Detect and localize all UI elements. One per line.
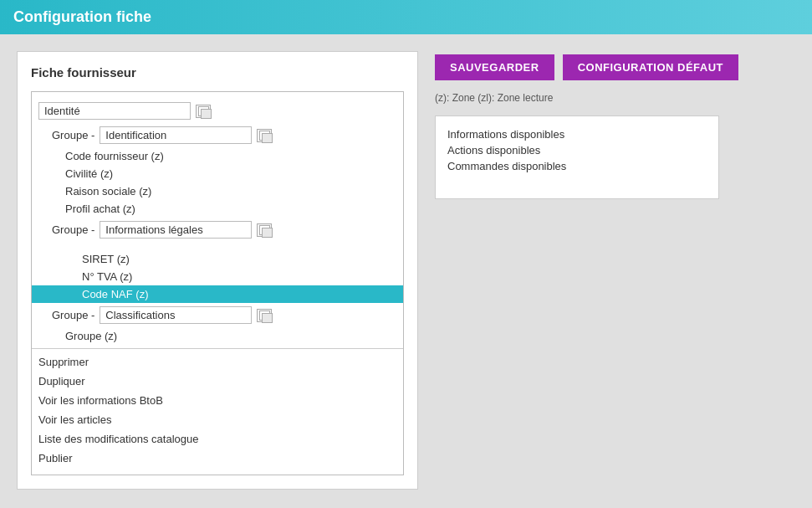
identite-input[interactable] (38, 102, 191, 120)
field-code-naf[interactable]: Code NAF (z) (32, 285, 403, 303)
default-config-button[interactable]: CONFIGURATION DÉFAUT (563, 54, 738, 80)
copy-icon-groupe3[interactable] (257, 309, 272, 322)
action-voir-articles[interactable]: Voir les articles (32, 410, 403, 429)
groupe3-input[interactable] (100, 306, 252, 324)
copy-icon-groupe1[interactable] (257, 129, 272, 142)
info-item-3: Commandes disponibles (447, 158, 707, 174)
field-raison-sociale[interactable]: Raison sociale (z) (32, 182, 403, 200)
page-title: Configuration fiche (13, 8, 151, 25)
groupe1-label: Groupe - (52, 129, 94, 141)
right-panel: SAUVEGARDER CONFIGURATION DÉFAUT (z): Zo… (435, 51, 795, 490)
action-dupliquer[interactable]: Dupliquer (32, 372, 403, 391)
field-groupe-z[interactable]: Groupe (z) (32, 327, 403, 345)
groupe1-input[interactable] (100, 126, 252, 144)
field-civilite[interactable]: Civilité (z) (32, 165, 403, 182)
legend-text: (z): Zone (zl): Zone lecture (435, 92, 795, 104)
left-panel: Fiche fournisseur Groupe - Code fourniss… (17, 51, 418, 490)
button-row: SAUVEGARDER CONFIGURATION DÉFAUT (435, 51, 795, 80)
groupe3-row: Groupe - (32, 303, 403, 327)
groupe2-input[interactable] (100, 221, 252, 239)
groupe2-label: Groupe - (52, 223, 94, 236)
action-supprimer[interactable]: Supprimer (32, 352, 403, 372)
info-item-2: Actions disponibles (447, 142, 707, 158)
copy-icon-identite[interactable] (196, 105, 211, 118)
field-tva[interactable]: N° TVA (z) (32, 268, 403, 285)
field-code-fournisseur[interactable]: Code fournisseur (z) (32, 147, 403, 165)
field-profil-achat[interactable]: Profil achat (z) (32, 200, 403, 218)
tree-container: Groupe - Code fournisseur (z) Civilité (… (31, 91, 404, 475)
action-liste-modifs[interactable]: Liste des modifications catalogue (32, 429, 403, 449)
field-siret[interactable]: SIRET (z) (32, 250, 403, 268)
save-button[interactable]: SAUVEGARDER (435, 54, 554, 80)
copy-icon-groupe2[interactable] (257, 223, 272, 237)
identite-group-row (32, 99, 403, 123)
action-publier[interactable]: Publier (32, 449, 403, 468)
info-item-1: Informations disponibles (447, 126, 707, 142)
groupe3-label: Groupe - (52, 309, 94, 321)
groupe2-row: Groupe - (32, 218, 403, 242)
page-header: Configuration fiche (0, 0, 812, 34)
groupe1-row: Groupe - (32, 123, 403, 147)
action-voir-infos-btob[interactable]: Voir les informations BtoB (32, 391, 403, 410)
panel-title: Fiche fournisseur (31, 65, 404, 80)
info-box: Informations disponibles Actions disponi… (435, 115, 719, 199)
tree-divider (32, 348, 403, 349)
main-content: Fiche fournisseur Groupe - Code fourniss… (0, 34, 812, 506)
